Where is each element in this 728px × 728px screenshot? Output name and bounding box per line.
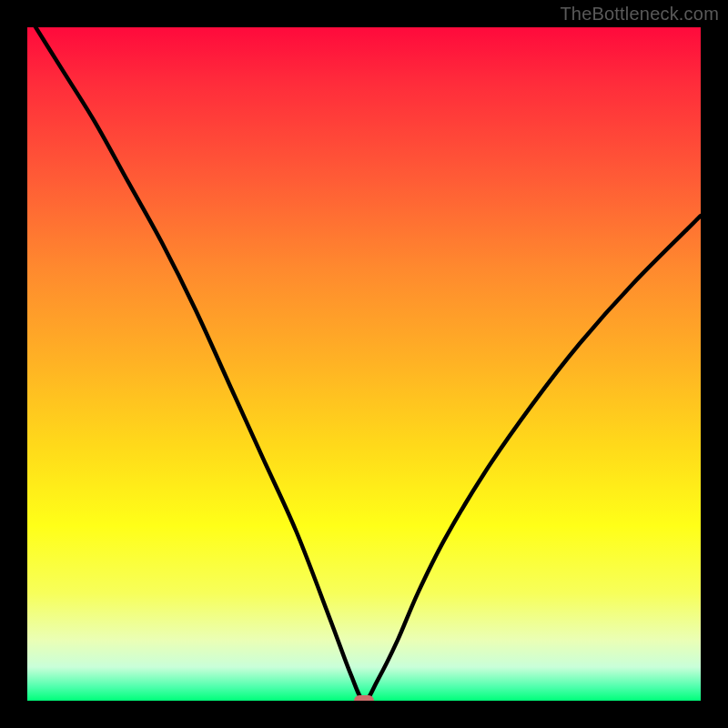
chart-frame: TheBottleneck.com xyxy=(0,0,728,728)
minimum-marker xyxy=(354,695,374,701)
watermark-text: TheBottleneck.com xyxy=(560,4,719,25)
bottleneck-curve xyxy=(27,27,701,701)
plot-area xyxy=(27,27,701,701)
